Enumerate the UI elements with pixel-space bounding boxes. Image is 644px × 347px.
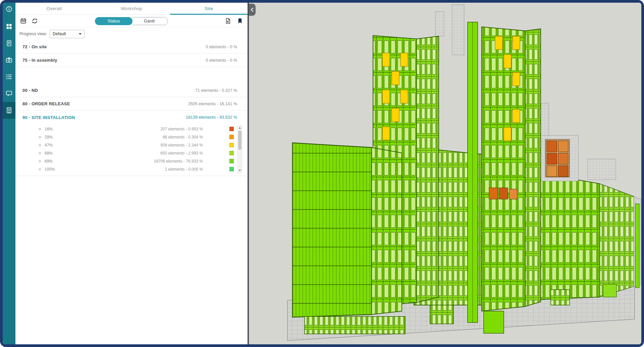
tab-site[interactable]: Site [170, 3, 248, 14]
breakdown-pct: 29% [45, 135, 53, 139]
sidebar-item-lists[interactable] [3, 68, 15, 85]
bullet-icon [39, 152, 41, 154]
bullet-icon [39, 128, 41, 130]
bullet-icon [39, 136, 41, 138]
site-installation-breakdown: 16% 207 elements - 0.953 % 29% 66 elemen… [15, 124, 248, 176]
camera-icon [6, 57, 12, 63]
export-icon [225, 18, 231, 24]
status-name: 00 - ND [22, 88, 38, 93]
status-list: 72 - On site 0 elements - 0 % 75 - In as… [15, 40, 248, 344]
calendar-button[interactable] [19, 17, 27, 25]
chevron-down-icon [79, 33, 82, 35]
status-row-site-installation[interactable]: 90 - SITE INSTALLATION 18139 elements - … [15, 111, 248, 124]
bullet-icon [39, 168, 41, 170]
status-name: 75 - In assembly [22, 58, 57, 63]
color-swatch [229, 127, 234, 131]
breakdown-row[interactable]: 29% 66 elements - 0.304 % [15, 133, 248, 141]
breakdown-value: 650 elements - 2.993 % [160, 151, 203, 156]
sidebar-item-messages[interactable] [3, 85, 15, 102]
breakdown-pct: 68% [45, 151, 53, 156]
sidebar-item-model-progress[interactable] [3, 102, 15, 119]
breakdown-pct: 16% [45, 127, 53, 131]
sidebar-item-dashboard[interactable] [3, 18, 15, 35]
tab-overall[interactable]: Overall [15, 3, 93, 14]
status-row-nd[interactable]: 00 - ND 71 elements - 0.327 % [15, 84, 248, 97]
gantt-toggle-button[interactable]: Gantt [130, 17, 168, 25]
bookmark-button[interactable] [236, 17, 244, 25]
sidebar-item-photos[interactable] [3, 52, 15, 68]
progress-view-select[interactable]: Default [50, 30, 85, 38]
tab-bar: Overall Workshop Site [15, 3, 248, 15]
color-swatch [229, 151, 234, 155]
orange-cluster-zone [535, 135, 578, 181]
sidebar-item-documents[interactable] [3, 35, 15, 52]
progress-view-selected: Default [53, 32, 66, 36]
dashboard-icon [6, 23, 12, 30]
info-icon [6, 6, 12, 12]
breakdown-value: 66 elements - 0.304 % [163, 135, 203, 139]
status-toggle-label: Status [108, 18, 120, 23]
collapse-chevron-icon [250, 7, 254, 12]
app-window: Overall Workshop Site [3, 3, 641, 344]
left-slab [292, 143, 402, 317]
breakdown-pct: 47% [45, 143, 53, 148]
tab-workshop-label: Workshop [121, 6, 142, 11]
color-swatch [229, 167, 234, 171]
tab-overall-label: Overall [47, 6, 62, 11]
model-viewer[interactable] [248, 3, 641, 344]
breakdown-row[interactable]: 68% 650 elements - 2.993 % [15, 149, 248, 157]
status-row-in-assembly[interactable]: 75 - In assembly 0 elements - 0 % [15, 54, 248, 67]
breakdown-row[interactable]: 16% 207 elements - 0.953 % [15, 125, 248, 133]
status-value: 0 elements - 0 % [206, 45, 237, 49]
color-swatch [229, 143, 234, 147]
status-row-on-site[interactable]: 72 - On site 0 elements - 0 % [15, 40, 248, 54]
status-value: 18139 elements - 83.532 % [186, 115, 237, 120]
sidebar-item-info[interactable] [3, 3, 15, 15]
breakdown-pct: 100% [45, 167, 55, 172]
scrollbar-thumb[interactable] [238, 130, 241, 150]
gantt-toggle-label: Gantt [144, 18, 155, 23]
chat-icon [6, 90, 12, 97]
right-tower [482, 27, 541, 311]
status-name: 90 - SITE INSTALLATION [22, 115, 75, 120]
tab-workshop[interactable]: Workshop [93, 3, 170, 14]
status-value: 71 elements - 0.327 % [195, 88, 237, 93]
status-row-order-release[interactable]: 80 - ORDER RELEASE 3505 elements - 16.14… [15, 97, 248, 111]
status-name: 80 - ORDER RELEASE [22, 101, 70, 106]
window-frame: Overall Workshop Site [0, 0, 644, 347]
document-icon [6, 40, 12, 47]
building-icon [6, 107, 12, 114]
list-spacer [15, 67, 248, 84]
list-icon [6, 73, 12, 80]
breakdown-value: 1 elements - 0.005 % [165, 167, 203, 172]
collapse-panel-button[interactable] [249, 4, 256, 16]
sidebar [3, 3, 15, 344]
status-value: 3505 elements - 16.141 % [188, 102, 237, 106]
breakdown-value: 509 elements - 2.344 % [160, 143, 203, 148]
scroll-down-icon[interactable] [238, 168, 242, 173]
calendar-icon [20, 18, 26, 24]
bookmark-icon [237, 18, 243, 24]
bullet-icon [39, 160, 41, 162]
view-toggle: Status Gantt [95, 17, 168, 25]
progress-view-label: Progress view: [19, 32, 47, 36]
panel-toolbar: Status Gantt [15, 15, 248, 27]
color-swatch [229, 159, 234, 163]
refresh-icon [32, 18, 38, 24]
color-swatch [229, 135, 234, 139]
status-toggle-button[interactable]: Status [95, 17, 132, 25]
breakdown-row[interactable]: 69% 16706 elements - 76.933 % [15, 157, 248, 165]
refresh-button[interactable] [31, 17, 38, 25]
scroll-up-icon[interactable] [238, 126, 242, 130]
breakdown-value: 16706 elements - 76.933 % [154, 159, 203, 164]
status-value: 0 elements - 0 % [206, 58, 237, 63]
tab-site-label: Site [205, 6, 213, 11]
toolbar-right-group [224, 17, 244, 25]
export-button[interactable] [224, 17, 231, 25]
breakdown-scrollbar[interactable] [237, 125, 242, 173]
breakdown-row[interactable]: 100% 1 elements - 0.005 % [15, 165, 248, 173]
breakdown-pct: 69% [45, 159, 53, 164]
building-model-3d [249, 3, 641, 344]
breakdown-row[interactable]: 47% 509 elements - 2.344 % [15, 141, 248, 149]
bullet-icon [39, 144, 41, 146]
